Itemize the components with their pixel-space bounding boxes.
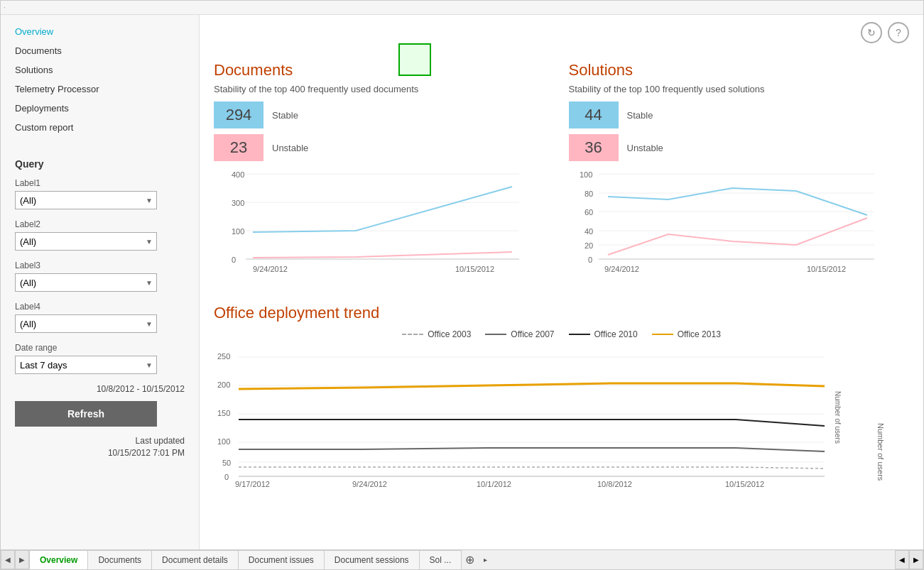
tab-prev-btn[interactable]: ◀ [1,550,15,569]
refresh-button[interactable]: Refresh [15,401,157,427]
documents-stable-box: 294 [214,102,263,128]
solutions-stable-label: Stable [627,110,653,121]
svg-text:10/15/2012: 10/15/2012 [725,480,764,488]
tab-document-details[interactable]: Document details [151,550,239,569]
last-updated: Last updated 10/15/2012 7:01 PM [15,435,185,459]
label2-label: Label2 [15,219,185,229]
label1-select[interactable]: (All) [15,191,157,209]
help-icon: ? [896,27,901,38]
charts-row: Documents Stability of the top 400 frequ… [214,61,909,290]
svg-text:Number of users: Number of users [834,391,842,444]
query-title: Query [15,158,185,170]
sidebar-item-solutions[interactable]: Solutions [1,60,199,80]
sidebar: Overview Documents Solutions Telemetry P… [1,15,200,549]
legend-label-2003: Office 2003 [428,329,471,339]
tab-overview[interactable]: Overview [29,550,88,569]
solutions-unstable-count: 36 [580,138,607,157]
scroll-left-btn[interactable]: ◀ [895,550,909,569]
deployment-chart-section: Office deployment trend Office 2003 Offi… [214,304,909,490]
legend-line-2013 [652,334,673,335]
solutions-subtitle: Stability of the top 100 frequently used… [569,84,910,94]
svg-text:9/24/2012: 9/24/2012 [352,480,387,488]
label3-label: Label3 [15,261,185,270]
documents-unstable-count: 23 [225,138,252,157]
query-section: Query Label1 (All) Label2 (All) [1,151,199,459]
date-range-text: 10/8/2012 - 10/15/2012 [15,384,185,394]
date-range-select-wrapper: Last 7 days [15,356,157,374]
label4-label: Label4 [15,302,185,312]
date-range-select[interactable]: Last 7 days [15,356,157,374]
legend-label-2010: Office 2010 [594,329,638,339]
label4-group: Label4 (All) [15,302,185,333]
solutions-title: Solutions [569,61,910,80]
svg-text:0: 0 [588,256,592,264]
label3-select-wrapper: (All) [15,273,157,292]
documents-subtitle: Stability of the top 400 frequently used… [214,84,555,94]
solutions-unstable-stats: 36 Unstable [569,134,910,161]
date-range-group: Date range Last 7 days [15,343,185,374]
sidebar-item-documents[interactable]: Documents [1,41,199,60]
label3-group: Label3 (All) [15,261,185,292]
tab-add-button[interactable]: ⊕ [461,550,478,569]
sidebar-nav: Overview Documents Solutions Telemetry P… [1,22,199,151]
svg-text:0: 0 [224,473,229,481]
svg-text:10/1/2012: 10/1/2012 [477,480,511,488]
deployment-title: Office deployment trend [214,304,909,322]
solutions-stable-count: 44 [580,106,607,124]
tab-more-button[interactable]: ▸ [478,550,492,569]
legend-office2013: Office 2013 [652,329,721,339]
svg-text:100: 100 [217,437,230,446]
tab-scroll-area: ◀ ▶ [895,550,923,569]
svg-text:80: 80 [585,190,593,198]
svg-text:100: 100 [580,170,592,179]
chart-legend: Office 2003 Office 2007 Office 2010 Offi… [214,329,909,339]
solutions-unstable-label: Unstable [627,143,663,153]
legend-line-2010 [569,334,590,335]
main-content: ↻ ? Documents Stability of the top 400 f… [200,15,923,549]
svg-text:250: 250 [217,352,230,361]
documents-stable-label: Stable [272,110,298,121]
tab-documents[interactable]: Documents [87,550,152,569]
top-bar-dot: · [4,4,6,11]
sidebar-item-overview[interactable]: Overview [1,22,199,41]
content-area: Overview Documents Solutions Telemetry P… [1,15,923,549]
label4-select-wrapper: (All) [15,314,157,333]
sidebar-item-custom-report[interactable]: Custom report [1,118,199,137]
help-icon-button[interactable]: ? [888,22,909,43]
label3-select[interactable]: (All) [15,273,157,292]
svg-text:100: 100 [232,227,244,236]
svg-text:10/15/2012: 10/15/2012 [455,265,494,273]
deployment-chart: 250 200 150 100 50 0 Number of users [214,346,909,490]
svg-text:10/15/2012: 10/15/2012 [807,265,846,273]
solutions-stats: 44 Stable [569,102,910,128]
svg-text:9/24/2012: 9/24/2012 [604,265,639,273]
tab-document-issues[interactable]: Document issues [238,550,325,569]
svg-text:300: 300 [232,199,244,207]
label2-group: Label2 (All) [15,219,185,251]
sidebar-item-telemetry[interactable]: Telemetry Processor [1,80,199,99]
solutions-panel: Solutions Stability of the top 100 frequ… [569,61,910,290]
documents-panel: Documents Stability of the top 400 frequ… [214,61,555,290]
sidebar-item-deployments[interactable]: Deployments [1,99,199,118]
scroll-right-btn[interactable]: ▶ [909,550,923,569]
svg-text:10/8/2012: 10/8/2012 [597,480,632,488]
tab-next-btn[interactable]: ▶ [15,550,29,569]
tab-document-sessions[interactable]: Document sessions [324,550,420,569]
documents-stable-count: 294 [225,106,252,124]
documents-unstable-label: Unstable [272,143,308,153]
y-axis-label: Number of users [876,423,884,481]
tab-sol[interactable]: Sol ... [419,550,462,569]
top-bar: · [1,1,923,15]
solutions-unstable-box: 36 [569,134,619,161]
label2-select[interactable]: (All) [15,232,157,251]
svg-text:400: 400 [232,170,244,179]
svg-text:50: 50 [222,459,231,467]
label4-select[interactable]: (All) [15,314,157,333]
documents-stats: 294 Stable [214,102,555,128]
refresh-icon: ↻ [867,27,876,38]
label1-label: Label1 [15,178,185,188]
tab-bar: ◀ ▶ Overview Documents Document details … [1,549,923,569]
header-icons: ↻ ? [861,22,909,43]
last-updated-value: 10/15/2012 7:01 PM [15,447,185,459]
refresh-icon-button[interactable]: ↻ [861,22,882,43]
